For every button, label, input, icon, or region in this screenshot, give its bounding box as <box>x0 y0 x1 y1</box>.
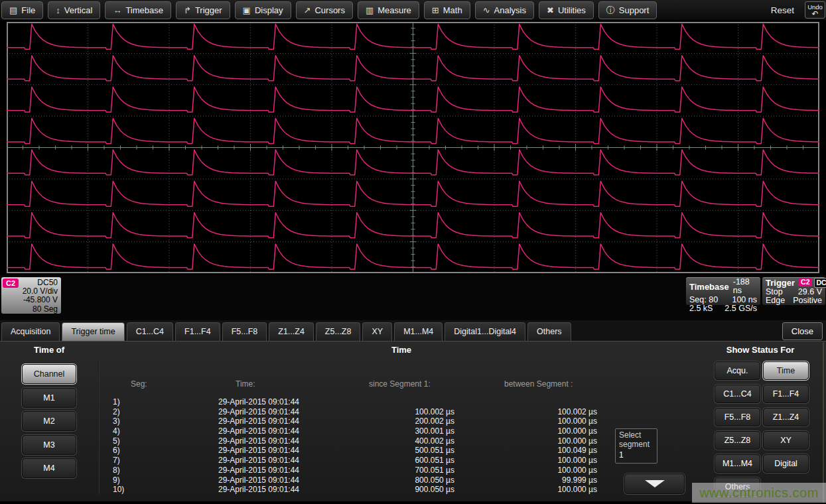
menu-math-button[interactable]: ⊞Math <box>424 1 470 19</box>
tab-c1-c4[interactable]: C1...C4 <box>127 322 173 341</box>
math-icon: ⊞ <box>432 6 439 15</box>
show-status-f5-f8-button[interactable]: F5...F8 <box>715 408 760 426</box>
time-of-m4-button[interactable]: M4 <box>22 458 76 478</box>
menu-label: File <box>21 5 35 15</box>
channel-c2-descriptor[interactable]: C2 DC50 20.0 V/div -45.800 V 80 Seg <box>1 277 61 314</box>
menu-measure-button[interactable]: ▥Measure <box>358 1 419 19</box>
menu-timebase-button[interactable]: ↔Timebase <box>105 1 171 19</box>
panel-divider <box>98 360 100 494</box>
segment-row: 7)29-April-2015 09:01:44600.051 µs100.00… <box>106 456 597 466</box>
menu-display-button[interactable]: ▣Display <box>235 1 291 19</box>
select-segment-label-2: segment <box>619 440 654 450</box>
seg-cell: 5) <box>106 436 139 446</box>
segment-row: 6)29-April-2015 09:01:44500.051 µs100.04… <box>106 446 597 456</box>
menu-support-button[interactable]: ⓘSupport <box>598 1 657 19</box>
panel-edge-highlight <box>823 342 824 503</box>
show-status-m1-m4-button[interactable]: M1...M4 <box>715 454 760 473</box>
show-status-xy-button[interactable]: XY <box>763 431 809 450</box>
menu-utilities-button[interactable]: ✖Utilities <box>539 1 594 19</box>
time-cell: 29-April-2015 09:01:44 <box>139 426 378 436</box>
menu-vertical-button[interactable]: ↕Vertical <box>48 1 100 19</box>
time-of-m3-button[interactable]: M3 <box>22 435 76 455</box>
time-of-m1-button[interactable]: M1 <box>22 388 76 408</box>
since-column-header: since Segment 1: <box>369 379 431 389</box>
show-status-z5-z8-button[interactable]: Z5...Z8 <box>715 431 760 450</box>
tab-trigger-time[interactable]: Trigger time <box>62 322 124 341</box>
menu-analysis-button[interactable]: ∿Analysis <box>475 1 534 19</box>
measure-icon: ▥ <box>366 6 374 15</box>
tab-f1-f4[interactable]: F1...F4 <box>175 322 220 341</box>
select-segment-value: 1 <box>619 451 654 460</box>
support-icon: ⓘ <box>606 6 615 15</box>
between-cell: 100.049 µs <box>454 446 597 456</box>
reset-button[interactable]: Reset <box>771 5 794 15</box>
file-icon: ▤ <box>9 6 17 15</box>
segment-row: 2)29-April-2015 09:01:44100.002 µs100.00… <box>106 407 597 417</box>
trigger-type: Edge <box>766 296 785 305</box>
since-cell: 600.051 µs <box>378 456 454 466</box>
tab-m1-m4[interactable]: M1...M4 <box>394 322 443 341</box>
c2-offset: -45.800 V <box>5 296 58 304</box>
c2-channel-badge: C2 <box>3 279 19 288</box>
trigger-icon: ↱ <box>184 6 191 15</box>
timebase-samples: 2.5 kS <box>689 304 713 313</box>
show-status-time-button[interactable]: Time <box>763 361 809 380</box>
show-status-acqu--button[interactable]: Acqu. <box>715 361 760 380</box>
status-tab-bar: AcquisitionTrigger timeC1...C4F1...F4F5.… <box>0 320 826 341</box>
since-cell: 300.001 µs <box>378 426 454 436</box>
time-of-m2-button[interactable]: M2 <box>22 411 76 431</box>
timebase-descriptor[interactable]: Timebase -188 ns Seq: 80 100 ns 2.5 kS 2… <box>686 277 760 305</box>
show-status-digital-button[interactable]: Digital <box>763 454 809 473</box>
since-cell: 900.050 µs <box>378 485 454 495</box>
segment-row: 9)29-April-2015 09:01:44800.050 µs99.999… <box>106 475 597 485</box>
between-cell: 100.002 µs <box>454 407 597 417</box>
tab-others[interactable]: Others <box>527 322 571 341</box>
seg-cell: 2) <box>106 407 139 417</box>
menu-label: Analysis <box>494 5 526 15</box>
segment-down-button[interactable] <box>624 473 685 494</box>
timebase-seq: Seq: 80 <box>689 296 718 304</box>
utilities-icon: ✖ <box>547 6 554 15</box>
segment-row: 10)29-April-2015 09:01:44900.050 µs100.0… <box>106 485 597 495</box>
menu-label: Measure <box>378 5 411 15</box>
tab-xy[interactable]: XY <box>362 322 392 341</box>
menu-label: Display <box>255 5 283 15</box>
time-cell: 29-April-2015 09:01:44 <box>139 397 378 407</box>
tab-z5-z8[interactable]: Z5...Z8 <box>316 322 361 341</box>
select-segment-field[interactable]: Select segment 1 <box>615 428 657 464</box>
menu-cursors-button[interactable]: ↗Cursors <box>296 1 353 19</box>
tab-digital1-digital4[interactable]: Digital1...Digital4 <box>445 322 525 341</box>
timebase-tdiv: 100 ns <box>732 296 757 304</box>
show-status-f1-f4-button[interactable]: F1...F4 <box>763 385 809 403</box>
since-cell: 400.002 µs <box>378 436 454 446</box>
undo-button[interactable]: Undo ↶ <box>805 1 825 19</box>
tab-z1-z4[interactable]: Z1...Z4 <box>269 322 314 341</box>
show-status-c1-c4-button[interactable]: C1...C4 <box>715 385 760 403</box>
display-icon: ▣ <box>243 6 251 15</box>
close-button[interactable]: Close <box>782 322 823 340</box>
trigger-coupling-badge: DC <box>814 278 826 288</box>
segment-row: 1)29-April-2015 09:01:44 <box>106 397 597 407</box>
undo-icon: ↶ <box>805 11 825 17</box>
time-cell: 29-April-2015 09:01:44 <box>139 436 378 446</box>
time-of-channel-button[interactable]: Channel <box>22 364 76 384</box>
seg-cell: 6) <box>106 446 139 456</box>
time-table-title: Time <box>332 345 471 355</box>
time-cell: 29-April-2015 09:01:44 <box>139 456 378 466</box>
menu-bar: ▤File↕Vertical↔Timebase↱Trigger▣Display↗… <box>0 0 826 20</box>
menu-file-button[interactable]: ▤File <box>1 1 43 19</box>
since-cell: 800.050 µs <box>378 475 454 485</box>
menu-label: Cursors <box>314 5 345 15</box>
menu-label: Support <box>619 5 650 15</box>
time-cell: 29-April-2015 09:01:44 <box>139 466 378 475</box>
trigger-descriptor[interactable]: Trigger C2 DC Stop 29.6 V Edge Positive <box>762 277 825 305</box>
time-column-header: Time: <box>236 379 255 389</box>
trigger-mode: Stop <box>766 288 783 296</box>
time-of-title: Time of <box>9 345 89 355</box>
c2-segments: 80 Seg <box>5 305 58 314</box>
timebase-title: Timebase <box>689 283 729 291</box>
tab-acquisition[interactable]: Acquisition <box>1 322 60 341</box>
tab-f5-f8[interactable]: F5...F8 <box>222 322 267 341</box>
menu-trigger-button[interactable]: ↱Trigger <box>176 1 230 19</box>
show-status-z1-z4-button[interactable]: Z1...Z4 <box>763 408 809 426</box>
